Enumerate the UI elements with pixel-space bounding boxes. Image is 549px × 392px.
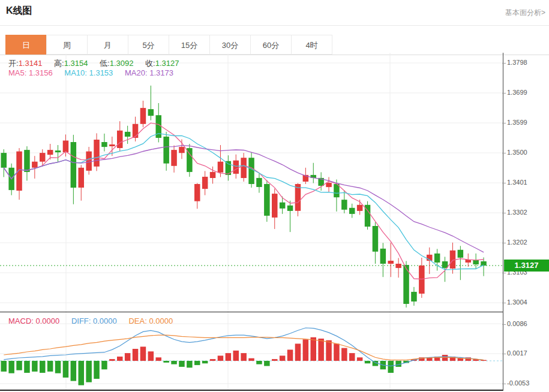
fundamental-analysis-link[interactable]: 基本面分析>: [505, 8, 545, 18]
low-label: 低:: [100, 59, 110, 68]
macd-axis-label: -0.0053: [507, 379, 544, 387]
macd-axis-label: 0.0086: [507, 320, 544, 327]
price-axis-label: 1.3302: [507, 209, 544, 216]
open-value: 1.3141: [19, 59, 43, 68]
low-value: 1.3092: [110, 59, 134, 68]
tab-5min[interactable]: 5分: [128, 35, 169, 55]
tab-60min[interactable]: 60分: [250, 35, 292, 55]
title-divider: [0, 25, 549, 26]
current-price-badge: 1.3127: [504, 260, 549, 272]
ma10-label: MA10:: [64, 68, 87, 77]
y-axis-line: [503, 53, 503, 391]
macd-legend: MACD: 0.0000 DIFF: 0.0000 DEA: 0.0000: [8, 316, 182, 325]
dea-value: 0.0000: [149, 316, 173, 325]
close-value: 1.3127: [155, 59, 179, 68]
high-value: 1.3154: [64, 59, 88, 68]
dea-label: DEA:: [128, 316, 146, 325]
price-axis-label: 1.3599: [507, 119, 544, 126]
diff-value: 0.0000: [93, 316, 117, 325]
ma-legend: MA5: 1.3156 MA10: 1.3153 MA20: 1.3173: [8, 68, 183, 77]
close-label: 收:: [145, 59, 155, 68]
candlestick-macd-chart: [0, 53, 503, 391]
ma5-value: 1.3156: [29, 68, 53, 77]
macd-value: 0.0000: [36, 316, 60, 325]
tab-day[interactable]: 日: [5, 35, 47, 55]
pane-separator: [0, 312, 503, 312]
kline-app: K线图 基本面分析> 日 周 月 5分 15分 30分 60分 4时 开:1.3…: [0, 0, 549, 392]
ma20-label: MA20:: [125, 68, 148, 77]
interval-tabs: 日 周 月 5分 15分 30分 60分 4时: [6, 35, 332, 55]
price-axis-label: 1.3401: [507, 179, 544, 186]
tab-30min[interactable]: 30分: [209, 35, 251, 55]
tab-15min[interactable]: 15分: [169, 35, 210, 55]
tab-month[interactable]: 月: [87, 35, 128, 55]
ma20-value: 1.3173: [149, 68, 173, 77]
high-label: 高:: [54, 59, 64, 68]
price-axis-label: 1.3202: [507, 239, 544, 246]
ma10-value: 1.3153: [89, 68, 113, 77]
chart-bottom-border: [0, 390, 503, 391]
price-axis-label: 1.3500: [507, 149, 544, 156]
tab-week[interactable]: 周: [46, 35, 88, 55]
diff-label: DIFF:: [71, 316, 91, 325]
ma5-label: MA5:: [8, 68, 26, 77]
page-title: K线图: [6, 5, 32, 17]
open-label: 开:: [8, 59, 19, 68]
macd-axis-label: 0.0017: [507, 349, 544, 357]
price-axis-label: 1.3699: [507, 89, 544, 96]
macd-label: MACD:: [8, 316, 34, 325]
price-axis-label: 1.3798: [507, 59, 544, 66]
ohlc-legend: 开:1.3141 高:1.3154 低:1.3092 收:1.3127: [8, 58, 188, 69]
tab-4hour[interactable]: 4时: [291, 35, 332, 55]
price-axis-label: 1.3004: [507, 298, 544, 306]
